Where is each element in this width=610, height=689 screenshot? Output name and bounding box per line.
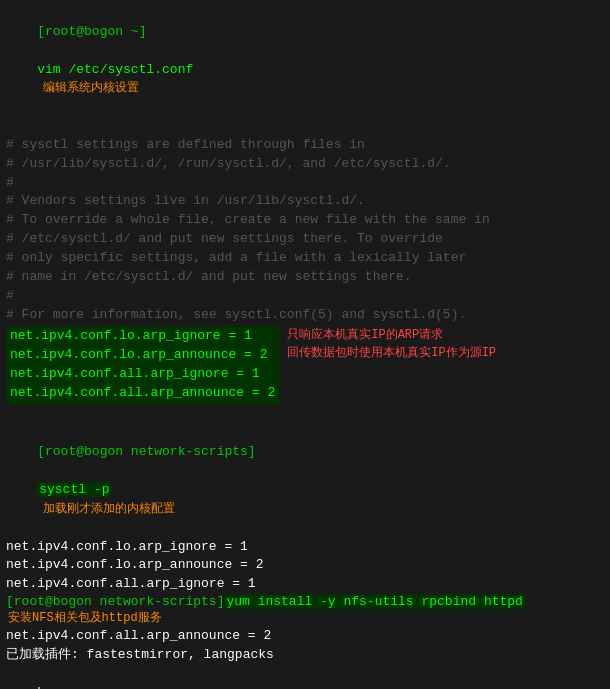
- annotation-arp-1: 只响应本机真实IP的ARP请求: [287, 326, 496, 344]
- config-line-3: net.ipv4.conf.all.arp_ignore = 1: [10, 365, 275, 384]
- cmd-space: [37, 43, 45, 58]
- comment-1: # sysctl settings are defined through fi…: [6, 136, 604, 155]
- cmd-sysctl: sysctl -p: [37, 482, 111, 497]
- terminal-window: [root@bogon ~] vim /etc/sysctl.conf 编辑系统…: [0, 0, 610, 689]
- annotation-arp-2: 回传数据包时使用本机真实IP作为源IP: [287, 344, 496, 362]
- blank-2: [6, 406, 604, 425]
- sysctl-out-4: net.ipv4.conf.all.arp_announce = 2: [6, 627, 604, 646]
- annotation-sysctl: 加载刚才添加的内核配置: [43, 502, 175, 516]
- config-line-1: net.ipv4.conf.lo.arp_ignore = 1: [10, 327, 275, 346]
- yum-loaded: 已加载插件: fastestmirror, langpacks: [6, 646, 604, 665]
- prompt-user: [root@bogon ~]: [37, 24, 146, 39]
- comment-9: #: [6, 287, 604, 306]
- sysctl-out-1: net.ipv4.conf.lo.arp_ignore = 1: [6, 538, 604, 557]
- annotation-yum: 安装NFS相关包及httpd服务: [8, 609, 604, 626]
- blank-1: [6, 117, 604, 136]
- prompt-user-2: [root@bogon network-scripts]: [37, 444, 255, 459]
- cmd-yum: yum install -y nfs-utils rpcbind httpd: [224, 594, 524, 609]
- line-yum-cmd: [root@bogon network-scripts] yum install…: [6, 594, 604, 609]
- comment-7: # only specific settings, add a file wit…: [6, 249, 604, 268]
- config-lines: net.ipv4.conf.lo.arp_ignore = 1 net.ipv4…: [6, 326, 279, 403]
- comment-8: # name in /etc/sysctl.d/ and put new set…: [6, 268, 604, 287]
- line-sysctl-cmd: [root@bogon network-scripts] sysctl -p 加…: [6, 425, 604, 538]
- comment-4: # Vendors settings live in /usr/lib/sysc…: [6, 192, 604, 211]
- sysctl-out-2: net.ipv4.conf.lo.arp_announce = 2: [6, 556, 604, 575]
- sysctl-out-3: net.ipv4.conf.all.arp_ignore = 1: [6, 575, 604, 594]
- prompt-user-3: [root@bogon network-scripts]: [6, 594, 224, 609]
- comment-5: # To override a whole file, create a new…: [6, 211, 604, 230]
- comment-2: # /usr/lib/sysctl.d/, /run/sysctl.d/, an…: [6, 155, 604, 174]
- config-line-2: net.ipv4.conf.lo.arp_announce = 2: [10, 346, 275, 365]
- comment-3: #: [6, 174, 604, 193]
- comment-6: # /etc/sysctl.d/ and put new settings th…: [6, 230, 604, 249]
- annotation-vim: 编辑系统内核设置: [43, 81, 139, 95]
- config-block: net.ipv4.conf.lo.arp_ignore = 1 net.ipv4…: [6, 326, 604, 403]
- comment-10: # For more information, see sysctl.conf(…: [6, 306, 604, 325]
- config-line-4: net.ipv4.conf.all.arp_announce = 2: [10, 384, 275, 403]
- line-vim-cmd: [root@bogon ~] vim /etc/sysctl.conf 编辑系统…: [6, 4, 604, 117]
- config-annotations: 只响应本机真实IP的ARP请求 回传数据包时使用本机真实IP作为源IP: [287, 326, 496, 362]
- cmd-vim: vim /etc/sysctl.conf: [37, 62, 193, 77]
- repo-base: base | 3.6 kB 00:00:00: [6, 665, 604, 689]
